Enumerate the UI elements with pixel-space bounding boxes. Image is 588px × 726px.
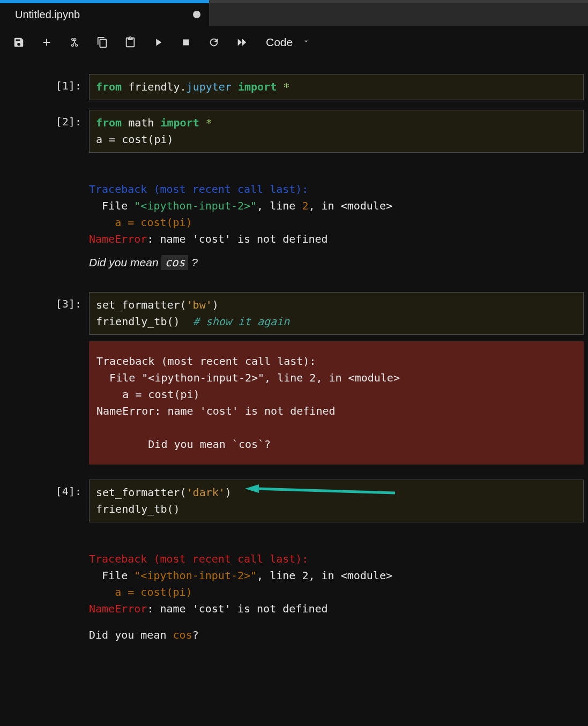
tab-bar: Untitled.ipynb [0, 3, 588, 26]
cell-type-select[interactable]: Code [266, 36, 310, 49]
cell-4-output-row: Traceback (most recent call last): File … [4, 529, 584, 649]
svg-marker-4 [245, 484, 259, 493]
cut-button[interactable] [68, 35, 81, 49]
cell-4-input[interactable]: set_formatter('dark') friendly_tb() [89, 480, 584, 522]
prompt-empty [4, 529, 89, 649]
insert-cell-button[interactable] [40, 35, 54, 49]
traceback-error-name: NameError [89, 233, 147, 245]
didyou-suggestion: cos [173, 628, 192, 641]
traceback-lineno: 2 [302, 199, 308, 212]
restart-run-all-button[interactable] [235, 35, 249, 49]
cell-2: [2]: from math import * a = cost(pi) [4, 110, 584, 153]
traceback-header: Traceback (most recent call last): [89, 552, 308, 565]
traceback-error-name: NameError [89, 602, 147, 615]
traceback-error-msg: : name 'cost' is not defined [147, 602, 328, 615]
cell-3-output: Traceback (most recent call last): File … [89, 341, 584, 465]
traceback-linecomma: , line [257, 569, 302, 582]
token-eq: = [109, 133, 115, 146]
token-call: set_formatter( [96, 486, 187, 499]
token-paren: ) [212, 298, 219, 311]
didyou-post: ? [192, 628, 199, 641]
cell-3: [3]: set_formatter('bw') friendly_tb() #… [4, 292, 584, 335]
token-star: * [283, 80, 289, 93]
token-call: cost(pi) [115, 133, 173, 146]
prompt-empty [4, 341, 89, 465]
token-star: * [206, 116, 212, 129]
unsaved-dot-icon [193, 11, 200, 18]
token-call: set_formatter( [96, 298, 187, 311]
did-you-mean: Did you mean cos? [89, 627, 584, 643]
token-keyword: from [96, 80, 122, 93]
token-call: friendly_tb() [96, 315, 193, 328]
token-string: 'bw' [187, 298, 212, 311]
annotation-arrow [245, 483, 395, 496]
traceback-inmodule: , in <module> [308, 569, 392, 582]
prompt-empty [4, 159, 89, 277]
traceback-file-line: File "<ipython-input-2>", line 2, in <mo… [96, 371, 400, 384]
copy-button[interactable] [95, 35, 109, 49]
token-call: friendly_tb() [96, 503, 180, 515]
tab-untitled-ipynb[interactable]: Untitled.ipynb [0, 3, 209, 26]
token-submodule: jupyter [187, 80, 232, 93]
traceback-codeline: a = cost(pi) [89, 216, 192, 229]
svg-rect-2 [183, 40, 189, 46]
token-keyword: from [96, 116, 122, 129]
traceback-header: Traceback (most recent call last): [96, 355, 316, 368]
cell-4-output: Traceback (most recent call last): File … [89, 529, 584, 649]
cell-1-input[interactable]: from friendly.jupyter import * [89, 74, 584, 100]
token-id: a [96, 133, 109, 146]
cell-4: [4]: set_formatter('dark') friendly_tb() [4, 480, 584, 522]
traceback-filename: "<ipython-input-2>" [134, 199, 257, 212]
run-button[interactable] [151, 35, 165, 49]
did-you-mean: Did you mean `cos`? [96, 438, 271, 451]
cell-1: [1]: from friendly.jupyter import * [4, 74, 584, 100]
traceback-header: Traceback (most recent call last): [89, 183, 308, 196]
traceback-error-line: NameError: name 'cost' is not defined [96, 405, 336, 417]
traceback-file-label: File [89, 199, 134, 212]
cell-3-input[interactable]: set_formatter('bw') friendly_tb() # show… [89, 292, 584, 335]
traceback-codeline: a = cost(pi) [89, 586, 192, 598]
token-paren: ) [225, 486, 232, 499]
token-module: math [128, 116, 154, 129]
traceback-filename: "<ipython-input-2>" [134, 569, 257, 582]
cell-2-input[interactable]: from math import * a = cost(pi) [89, 110, 584, 153]
token-comment: # show it again [193, 315, 290, 328]
token-module: friendly [128, 80, 180, 93]
svg-line-3 [257, 489, 395, 493]
traceback-inmodule: , in <module> [308, 199, 392, 212]
traceback-file-label: File [89, 569, 134, 582]
notebook-body: [1]: from friendly.jupyter import * [2]:… [0, 62, 588, 649]
prompt-3: [3]: [4, 292, 89, 335]
didyou-pre: Did you mean [89, 628, 173, 641]
token-string: 'dark' [187, 486, 225, 499]
stop-button[interactable] [179, 35, 193, 49]
paste-button[interactable] [123, 35, 137, 49]
didyou-post: ? [188, 256, 198, 268]
prompt-1: [1]: [4, 74, 89, 100]
did-you-mean: Did you mean cos ? [89, 254, 584, 272]
prompt-4: [4]: [4, 480, 89, 522]
save-button[interactable] [12, 35, 26, 49]
didyou-suggestion: cos [161, 255, 188, 270]
cell-2-output: Traceback (most recent call last): File … [89, 159, 584, 277]
traceback-codeline: a = cost(pi) [96, 388, 200, 401]
cell-3-output-row: Traceback (most recent call last): File … [4, 341, 584, 465]
prompt-2: [2]: [4, 110, 89, 153]
notebook-toolbar: Code [0, 26, 588, 62]
traceback-lineno: 2 [302, 569, 308, 582]
cell-type-label: Code [266, 36, 293, 49]
traceback-error-msg: : name 'cost' is not defined [147, 233, 328, 245]
token-keyword: import [238, 80, 277, 93]
tab-title: Untitled.ipynb [15, 9, 188, 21]
didyou-pre: Did you mean [89, 256, 161, 268]
restart-button[interactable] [207, 35, 221, 49]
cell-2-output-row: Traceback (most recent call last): File … [4, 159, 584, 277]
chevron-down-icon [302, 38, 310, 47]
token-keyword: import [160, 116, 199, 129]
token-dot: . [180, 80, 187, 93]
traceback-linecomma: , line [257, 199, 302, 212]
